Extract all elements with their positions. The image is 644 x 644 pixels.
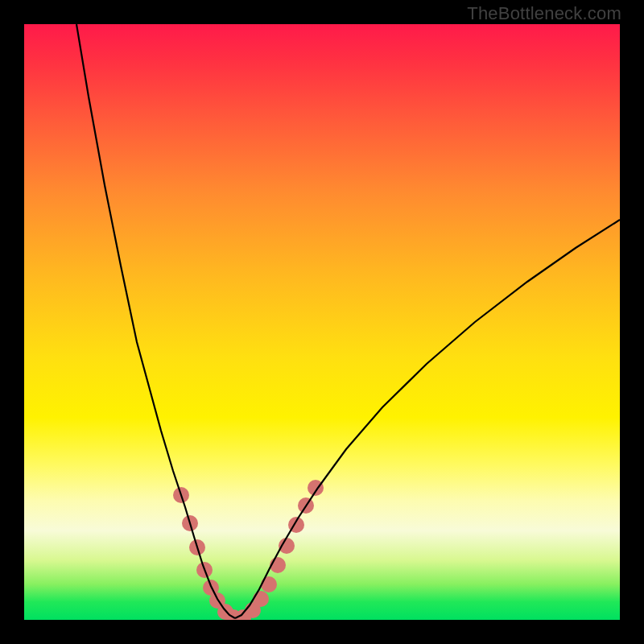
data-marker (261, 576, 277, 592)
chart-container: TheBottleneck.com (0, 0, 644, 644)
watermark-text: TheBottleneck.com (467, 3, 621, 24)
dot-markers-group (173, 480, 324, 620)
data-marker (253, 591, 269, 607)
plot-area (24, 24, 620, 620)
curve-right-branch (235, 220, 620, 618)
chart-svg (24, 24, 620, 620)
curve-left-branch (76, 24, 235, 618)
